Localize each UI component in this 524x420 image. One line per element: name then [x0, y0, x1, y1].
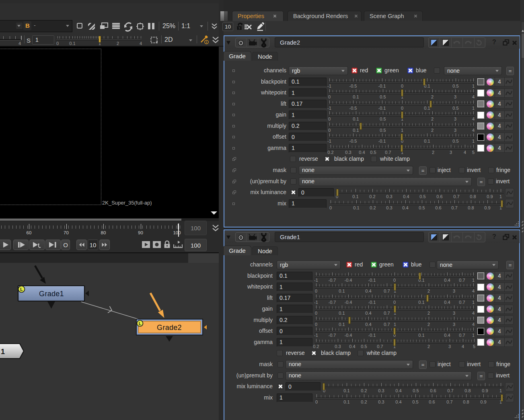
svg-text:Grade2: Grade2	[157, 324, 182, 332]
svg-text:1: 1	[1, 348, 5, 356]
svg-text:L: L	[20, 287, 23, 292]
svg-text:Grade1: Grade1	[39, 290, 64, 298]
svg-text:L: L	[139, 322, 141, 326]
svg-text:?: ?	[238, 27, 240, 30]
